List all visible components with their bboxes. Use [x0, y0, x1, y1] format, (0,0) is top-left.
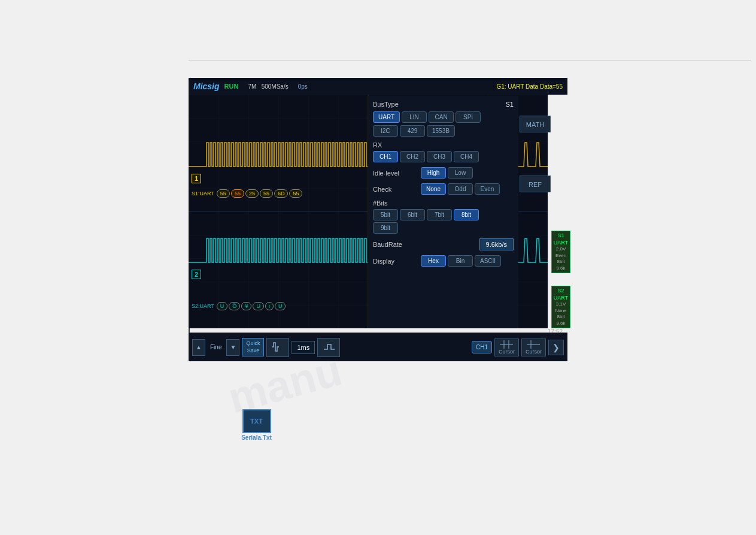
btn-ch2[interactable]: CH2 — [400, 151, 425, 162]
fine-label: Fine — [208, 344, 224, 350]
quick-save-label: QuickSave — [246, 340, 260, 353]
bustype-buttons-1: UART LIN CAN SPI — [373, 111, 514, 123]
btn-9bit[interactable]: 9bit — [373, 222, 398, 234]
display-buttons: Hex Bin ASCII — [421, 255, 501, 267]
btn-uart[interactable]: UART — [373, 111, 400, 123]
uart-decode-bar-1: S1:UART 55 55 25 55 6D 55 — [192, 187, 539, 200]
cursor2-label: Cursor — [526, 349, 542, 355]
btn-hex[interactable]: Hex — [421, 255, 446, 267]
bits-buttons-1: 5bit 6bit 7bit 8bit — [373, 209, 514, 220]
bustype-buttons-2: I2C 429 1553B — [373, 125, 514, 137]
top-bar: Micsig RUN 7M 500MSa/s 0ps G1: UART Data… — [189, 78, 567, 95]
uart-ch1-label: S1:UART — [192, 191, 214, 197]
baudrate-row: BaudRate 9.6kb/s — [373, 238, 514, 250]
status-text: G1: UART Data Data=55 — [496, 83, 563, 90]
math-button[interactable]: MATH — [520, 116, 551, 132]
scroll-left-button[interactable]: ▲ — [192, 339, 205, 356]
time-value: 1ms — [292, 341, 315, 354]
more-button[interactable]: ❯ — [548, 340, 564, 355]
idle-level-label: Idle-level — [373, 170, 421, 177]
cursor2-icon — [527, 340, 540, 349]
time-pos: 0ps — [298, 83, 308, 90]
right-panel: BusType S1 UART LIN CAN SPI I2C 429 1553… — [368, 96, 518, 328]
scroll-right-button[interactable]: ▼ — [226, 339, 239, 356]
btn-i2c[interactable]: I2C — [373, 125, 398, 137]
btn-high[interactable]: High — [421, 167, 446, 179]
display-label: Display — [373, 258, 421, 265]
waveform-button[interactable] — [266, 338, 289, 357]
edge-trigger-button[interactable] — [317, 338, 340, 357]
display-row: Display Hex Bin ASCII — [373, 255, 514, 267]
btn-1553b[interactable]: 1553B — [427, 125, 455, 137]
rx-row: RX — [373, 141, 514, 149]
s1-line2: UART — [553, 240, 569, 247]
ch1-button[interactable]: CH1 — [472, 341, 492, 353]
file-txt-label: TXT — [250, 418, 263, 425]
uart2-packet-6: U — [275, 302, 286, 310]
cursor1-label: Cursor — [499, 349, 515, 355]
idle-level-row: Idle-level High Low — [373, 167, 514, 179]
edge-trigger-icon — [321, 341, 336, 353]
btn-low[interactable]: Low — [448, 167, 473, 179]
bits-buttons-2: 9bit — [373, 222, 514, 234]
s2-line1: S2 — [553, 288, 569, 295]
btn-6bit[interactable]: 6bit — [400, 209, 425, 220]
bits-section: #Bits 5bit 6bit 7bit 8bit 9bit — [373, 200, 514, 234]
cursor1-button[interactable]: Cursor — [494, 338, 519, 356]
s2-line2: UART — [553, 295, 569, 302]
ch1-label: 1 — [192, 174, 201, 183]
s1-label: S1 — [506, 101, 514, 108]
uart-packet-5: 6D — [274, 189, 289, 198]
file-icon-box: TXT — [242, 409, 271, 433]
uart-decode-bar-2: S2:UART U Ö ¥ U i U — [192, 300, 539, 313]
btn-bin[interactable]: Bin — [448, 255, 473, 267]
uart-packet-1: 55 — [217, 189, 230, 198]
rx-buttons: CH1 CH2 CH3 CH4 — [373, 151, 514, 162]
s1-indicator: S1 UART 2.0VEven8bit9.6k — [551, 231, 570, 273]
uart2-packet-2: Ö — [229, 302, 240, 310]
s1-detail: 2.0VEven8bit9.6k — [553, 246, 569, 271]
uart2-packet-1: U — [217, 302, 228, 310]
s2-indicator: S2 UART 3.1VNone8bit9.6k — [551, 286, 570, 328]
btn-8bit[interactable]: 8bit — [454, 209, 479, 220]
waveform-icon — [271, 341, 285, 353]
cursor2-button[interactable]: Cursor — [521, 338, 546, 356]
s1-line1: S1 — [553, 232, 569, 240]
cursor1-icon — [500, 340, 513, 349]
idle-level-buttons: High Low — [421, 167, 473, 179]
brand-name: Micsig — [193, 81, 220, 91]
btn-lin[interactable]: LIN — [402, 111, 427, 123]
rx-label: RX — [373, 141, 382, 149]
baudrate-label: BaudRate — [373, 241, 421, 248]
bits-label: #Bits — [373, 200, 514, 207]
quick-save-button[interactable]: QuickSave — [242, 338, 264, 356]
btn-ch3[interactable]: CH3 — [427, 151, 452, 162]
btn-ascii[interactable]: ASCII — [475, 255, 501, 267]
btn-7bit[interactable]: 7bit — [427, 209, 452, 220]
run-status: RUN — [224, 83, 239, 90]
btn-5bit[interactable]: 5bit — [373, 209, 398, 220]
uart-packet-3: 25 — [245, 189, 259, 198]
uart-packet-6: 55 — [289, 189, 302, 198]
file-label: Seriala.Txt — [240, 434, 273, 441]
s2-detail: 3.1VNone8bit9.6k — [553, 301, 569, 327]
uart2-packet-5: i — [265, 302, 274, 310]
btn-ch1[interactable]: CH1 — [373, 151, 398, 162]
file-icon-container[interactable]: TXT Seriala.Txt — [240, 409, 273, 441]
uart-packet-2: 55 — [231, 189, 244, 198]
bottom-toolbar: ▲ Fine ▼ QuickSave 1ms CH1 Cursor — [189, 333, 567, 361]
btn-429[interactable]: 429 — [400, 125, 425, 137]
bustype-row: BusType S1 — [373, 101, 514, 108]
btn-ch4[interactable]: CH4 — [454, 151, 479, 162]
sample-rate: 7M 500MSa/s — [248, 83, 288, 90]
divider-line — [189, 60, 751, 61]
uart-packet-4: 55 — [260, 189, 273, 198]
uart2-packet-3: ¥ — [241, 302, 251, 310]
ch2-label: 2 — [192, 270, 201, 279]
uart-ch2-label: S2:UART — [192, 303, 214, 309]
btn-can[interactable]: CAN — [429, 111, 454, 123]
bustype-label: BusType — [373, 101, 415, 108]
uart2-packet-4: U — [253, 302, 264, 310]
btn-spi[interactable]: SPI — [456, 111, 481, 123]
baudrate-value[interactable]: 9.6kb/s — [479, 238, 514, 250]
